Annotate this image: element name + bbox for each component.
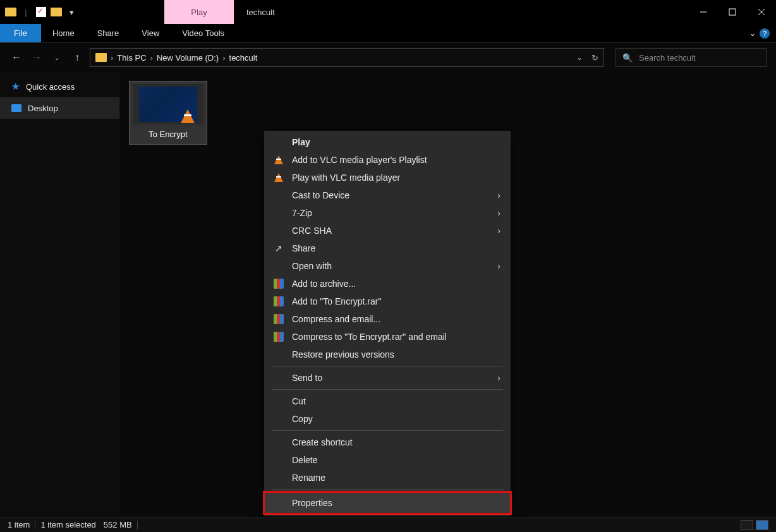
ctx-open-with[interactable]: Open with› (264, 257, 511, 275)
share-icon: ↗ (273, 243, 284, 254)
video-tools-tab[interactable]: Video Tools (171, 24, 236, 42)
navigation-bar: ← → ⌄ ↑ › This PC › New Volume (D:) › te… (0, 43, 776, 72)
ctx-restore-versions[interactable]: Restore previous versions (264, 346, 511, 363)
chevron-right-icon[interactable]: › (150, 53, 153, 63)
recent-locations-icon[interactable]: ⌄ (49, 50, 64, 65)
ctx-label: Delete (292, 455, 317, 465)
quick-access-toolbar: | ▾ (0, 5, 82, 19)
ctx-label: Restore previous versions (292, 349, 394, 360)
winrar-icon (273, 296, 284, 307)
context-menu: Play Add to VLC media player's Playlist … (264, 131, 511, 516)
ctx-7zip[interactable]: 7-Zip› (264, 204, 511, 222)
ctx-compress-email[interactable]: Compress and email... (264, 310, 511, 328)
sidebar-desktop[interactable]: Desktop (0, 97, 119, 119)
ctx-label: Add to VLC media player's Playlist (292, 155, 427, 165)
ctx-label: Add to "To Encrypt.rar" (292, 296, 381, 306)
breadcrumb-folder[interactable]: techcult (229, 53, 258, 63)
sidebar-label: Desktop (28, 104, 58, 113)
details-view-icon[interactable] (741, 520, 753, 530)
maximize-button[interactable] (718, 0, 747, 24)
refresh-icon[interactable]: ↻ (591, 53, 598, 63)
qat-dropdown-icon[interactable]: ▾ (64, 5, 78, 19)
forward-button[interactable]: → (29, 50, 44, 65)
address-dropdown-icon[interactable]: ⌄ (576, 53, 583, 62)
ctx-label: Cast to Device (292, 190, 349, 200)
title-bar: | ▾ Play techcult (0, 0, 776, 24)
back-button[interactable]: ← (9, 50, 24, 65)
ctx-add-rar[interactable]: Add to "To Encrypt.rar" (264, 293, 511, 310)
qat-separator: | (19, 5, 33, 19)
ctx-send-to[interactable]: Send to› (264, 369, 511, 387)
close-icon (758, 8, 765, 16)
file-name-label: To Encrypt (145, 127, 191, 142)
vlc-cone-icon (181, 109, 195, 123)
ctx-compress-rar-email[interactable]: Compress to "To Encrypt.rar" and email (264, 328, 511, 346)
ctx-crc-sha[interactable]: CRC SHA› (264, 222, 511, 239)
close-button[interactable] (747, 0, 776, 24)
ctx-label: Add to archive... (292, 279, 356, 289)
video-thumbnail (133, 84, 203, 124)
ctx-add-archive[interactable]: Add to archive... (264, 275, 511, 293)
ctx-cast[interactable]: Cast to Device› (264, 186, 511, 204)
star-icon: ★ (11, 81, 20, 92)
ctx-label: Compress to "To Encrypt.rar" and email (292, 332, 447, 342)
status-item-count: 1 item (8, 520, 30, 529)
properties-icon[interactable] (34, 5, 48, 19)
ctx-label: Cut (292, 396, 306, 406)
ctx-label: Properties (292, 498, 332, 508)
window-controls (689, 0, 776, 24)
submenu-arrow-icon: › (497, 208, 500, 218)
ctx-label: Rename (292, 473, 325, 483)
ctx-cut[interactable]: Cut (264, 392, 511, 410)
ribbon-expand-icon[interactable]: ⌄ (749, 29, 756, 38)
status-separator (137, 521, 138, 529)
file-tab[interactable]: File (0, 24, 41, 42)
chevron-right-icon[interactable]: › (111, 53, 113, 63)
status-bar: 1 item 1 item selected 552 MB (0, 517, 776, 532)
up-button[interactable]: ↑ (70, 50, 85, 65)
status-separator (35, 521, 35, 529)
ctx-label: Send to (292, 373, 322, 383)
submenu-arrow-icon: › (497, 226, 500, 236)
thumbnails-view-icon[interactable] (756, 520, 768, 530)
ribbon-tabs: File Home Share View Video Tools ⌄ ? (0, 24, 776, 43)
navigation-pane: ★ Quick access Desktop (0, 72, 120, 518)
home-tab[interactable]: Home (41, 24, 86, 42)
breadcrumb-volume[interactable]: New Volume (D:) (157, 53, 219, 63)
contextual-tab-play[interactable]: Play (164, 0, 234, 24)
ctx-label: Open with (292, 261, 332, 271)
ctx-rename[interactable]: Rename (264, 469, 511, 487)
ctx-create-shortcut[interactable]: Create shortcut (264, 433, 511, 451)
ctx-label: 7-Zip (292, 208, 312, 218)
sidebar-quick-access[interactable]: ★ Quick access (0, 76, 119, 97)
folder-icon[interactable] (4, 5, 18, 19)
chevron-right-icon[interactable]: › (222, 53, 225, 63)
ctx-separator (272, 389, 503, 390)
ctx-copy[interactable]: Copy (264, 410, 511, 428)
ctx-label: Copy (292, 414, 313, 424)
search-icon: 🔍 (622, 53, 633, 63)
new-folder-icon[interactable] (49, 5, 63, 19)
search-placeholder: Search techcult (639, 53, 696, 63)
breadcrumb-this-pc[interactable]: This PC (117, 53, 146, 63)
ctx-separator (272, 489, 503, 490)
svg-rect-1 (729, 9, 736, 15)
ctx-share[interactable]: ↗Share (264, 239, 511, 257)
help-icon[interactable]: ? (760, 28, 770, 39)
file-item-to-encrypt[interactable]: To Encrypt (129, 81, 207, 145)
search-box[interactable]: 🔍 Search techcult (615, 48, 767, 67)
address-bar[interactable]: › This PC › New Volume (D:) › techcult ⌄… (90, 48, 604, 67)
share-tab[interactable]: Share (86, 24, 131, 42)
winrar-icon (273, 313, 284, 325)
ctx-label: Compress and email... (292, 314, 380, 324)
view-tab[interactable]: View (130, 24, 171, 42)
ctx-vlc-playlist[interactable]: Add to VLC media player's Playlist (264, 151, 511, 169)
ctx-delete[interactable]: Delete (264, 451, 511, 469)
ctx-properties[interactable]: Properties (264, 492, 511, 514)
ctx-play[interactable]: Play (264, 133, 511, 151)
winrar-icon (273, 331, 284, 342)
vlc-cone-icon (273, 172, 284, 183)
minimize-button[interactable] (689, 0, 718, 24)
ctx-label: Play with VLC media player (292, 172, 400, 183)
ctx-vlc-play[interactable]: Play with VLC media player (264, 169, 511, 186)
